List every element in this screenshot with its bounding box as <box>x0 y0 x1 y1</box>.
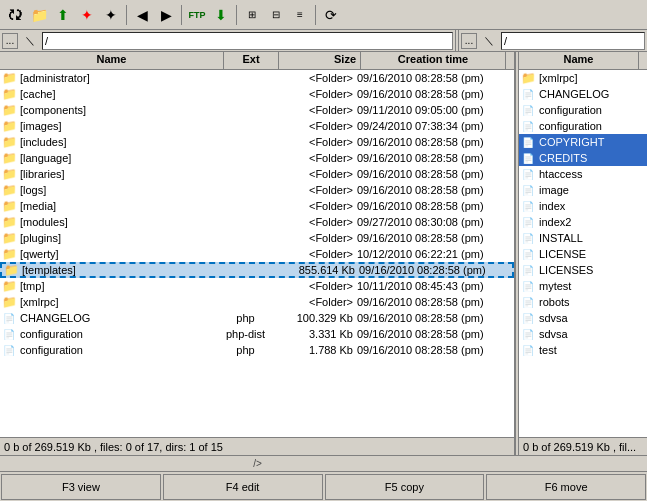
file-size: 855.614 Kb <box>275 264 357 276</box>
left-file-row[interactable]: 📄configurationphp1.788 Kb09/16/2010 08:2… <box>0 342 514 358</box>
right-status: 0 b of 269.519 Kb , fil... <box>519 437 647 455</box>
right-file-icon: 📄 <box>519 265 537 276</box>
file-icon: 📁 <box>0 279 18 293</box>
file-icon: 📁 <box>0 87 18 101</box>
right-file-icon: 📄 <box>519 329 537 340</box>
file-name: [libraries] <box>18 168 218 180</box>
right-col-name: Name <box>519 52 639 69</box>
left-path-back[interactable]: ... <box>2 33 18 49</box>
file-name: [language] <box>18 152 218 164</box>
right-file-row[interactable]: 📄configuration <box>519 102 647 118</box>
left-panel: Name Ext Size Creation time 📁[administra… <box>0 52 515 455</box>
right-file-row[interactable]: 📄htaccess <box>519 166 647 182</box>
right-panel: Name 📁[xmlrpc]📄CHANGELOG📄configuration📄c… <box>519 52 647 455</box>
left-status: 0 b of 269.519 Kb , files: 0 of 17, dirs… <box>0 437 514 455</box>
right-file-row[interactable]: 📄CREDITS <box>519 150 647 166</box>
right-file-name: LICENSE <box>537 248 647 260</box>
view1-button[interactable]: ⊞ <box>241 4 263 26</box>
left-path-input[interactable] <box>42 32 453 50</box>
view2-button[interactable]: ⊟ <box>265 4 287 26</box>
file-size: <Folder> <box>273 216 355 228</box>
left-file-row[interactable]: 📁[libraries]<Folder>09/16/2010 08:28:58 … <box>0 166 514 182</box>
left-col-size: Size <box>279 52 361 69</box>
left-col-headers: Name Ext Size Creation time <box>0 52 514 70</box>
file-size: 100.329 Kb <box>273 312 355 324</box>
right-file-row[interactable]: 📄mytest <box>519 278 647 294</box>
right-file-row[interactable]: 📄LICENSES <box>519 262 647 278</box>
file-icon: 📁 <box>0 167 18 181</box>
file-date: 09/16/2010 08:28:58 (pm) <box>355 88 500 100</box>
toolbar-btn-1[interactable]: 🗘 <box>4 4 26 26</box>
left-file-list[interactable]: 📁[administrator]<Folder>09/16/2010 08:28… <box>0 70 514 437</box>
f3-view-button[interactable]: F3 view <box>1 474 161 500</box>
file-date: 09/16/2010 08:28:58 (pm) <box>355 344 500 356</box>
right-file-row[interactable]: 📄sdvsa <box>519 310 647 326</box>
file-icon: 📁 <box>0 295 18 309</box>
right-file-row[interactable]: 📄LICENSE <box>519 246 647 262</box>
file-name: configuration <box>18 328 218 340</box>
left-file-row[interactable]: 📁[logs]<Folder>09/16/2010 08:28:58 (pm) <box>0 182 514 198</box>
file-icon: 📁 <box>0 215 18 229</box>
left-file-row[interactable]: 📁[xmlrpc]<Folder>09/16/2010 08:28:58 (pm… <box>0 294 514 310</box>
left-file-row[interactable]: 📁[components]<Folder>09/11/2010 09:05:00… <box>0 102 514 118</box>
toolbar-btn-3[interactable]: ⬆ <box>52 4 74 26</box>
left-file-row[interactable]: 📁[administrator]<Folder>09/16/2010 08:28… <box>0 70 514 86</box>
left-file-row[interactable]: 📄configurationphp-dist3.331 Kb09/16/2010… <box>0 326 514 342</box>
file-date: 09/16/2010 08:28:58 (pm) <box>355 136 500 148</box>
right-file-row[interactable]: 📄index <box>519 198 647 214</box>
right-file-row[interactable]: 📄robots <box>519 294 647 310</box>
right-col-headers: Name <box>519 52 647 70</box>
right-file-row[interactable]: 📄configuration <box>519 118 647 134</box>
right-file-row[interactable]: 📄INSTALL <box>519 230 647 246</box>
file-date: 09/27/2010 08:30:08 (pm) <box>355 216 500 228</box>
left-file-row[interactable]: 📁[language]<Folder>09/16/2010 08:28:58 (… <box>0 150 514 166</box>
right-file-name: sdvsa <box>537 312 647 324</box>
right-file-row[interactable]: 📄image <box>519 182 647 198</box>
right-file-row[interactable]: 📄test <box>519 342 647 358</box>
right-file-row[interactable]: 📄index2 <box>519 214 647 230</box>
back-button[interactable]: ◀ <box>131 4 153 26</box>
ftp-button[interactable]: FTP <box>186 4 208 26</box>
right-file-row[interactable]: 📄COPYRIGHT <box>519 134 647 150</box>
file-size: 1.788 Kb <box>273 344 355 356</box>
right-file-list[interactable]: 📁[xmlrpc]📄CHANGELOG📄configuration📄config… <box>519 70 647 437</box>
right-status-text: 0 b of 269.519 Kb , fil... <box>519 441 640 453</box>
file-size: <Folder> <box>273 232 355 244</box>
left-file-row[interactable]: 📁[templates]855.614 Kb09/16/2010 08:28:5… <box>0 262 514 278</box>
file-date: 09/16/2010 08:28:58 (pm) <box>355 184 500 196</box>
right-file-row[interactable]: 📄CHANGELOG <box>519 86 647 102</box>
file-size: <Folder> <box>273 168 355 180</box>
left-file-row[interactable]: 📁[tmp]<Folder>10/11/2010 08:45:43 (pm) <box>0 278 514 294</box>
right-file-icon: 📄 <box>519 233 537 244</box>
file-size: <Folder> <box>273 248 355 260</box>
left-file-row[interactable]: 📄CHANGELOGphp100.329 Kb09/16/2010 08:28:… <box>0 310 514 326</box>
forward-button[interactable]: ▶ <box>155 4 177 26</box>
right-path-back[interactable]: ... <box>461 33 477 49</box>
right-file-icon: 📄 <box>519 313 537 324</box>
left-file-row[interactable]: 📁[media]<Folder>09/16/2010 08:28:58 (pm) <box>0 198 514 214</box>
download-button[interactable]: ⬇ <box>210 4 232 26</box>
file-size: <Folder> <box>273 136 355 148</box>
right-file-row[interactable]: 📁[xmlrpc] <box>519 70 647 86</box>
f6-move-button[interactable]: F6 move <box>486 474 646 500</box>
f5-copy-button[interactable]: F5 copy <box>325 474 485 500</box>
f4-edit-button[interactable]: F4 edit <box>163 474 323 500</box>
left-arrow-area: /> <box>0 458 515 469</box>
file-size: <Folder> <box>273 72 355 84</box>
toolbar-btn-4[interactable]: ✦ <box>76 4 98 26</box>
toolbar-btn-2[interactable]: 📁 <box>28 4 50 26</box>
file-ext: php <box>218 344 273 356</box>
right-file-icon: 📄 <box>519 297 537 308</box>
right-file-row[interactable]: 📄sdvsa <box>519 326 647 342</box>
view3-button[interactable]: ≡ <box>289 4 311 26</box>
left-file-row[interactable]: 📁[plugins]<Folder>09/16/2010 08:28:58 (p… <box>0 230 514 246</box>
sync-button[interactable]: ⟳ <box>320 4 342 26</box>
left-file-row[interactable]: 📁[cache]<Folder>09/16/2010 08:28:58 (pm) <box>0 86 514 102</box>
right-path-input[interactable] <box>501 32 645 50</box>
left-file-row[interactable]: 📁[qwerty]<Folder>10/12/2010 06:22:21 (pm… <box>0 246 514 262</box>
toolbar-btn-5[interactable]: ✦ <box>100 4 122 26</box>
left-file-row[interactable]: 📁[includes]<Folder>09/16/2010 08:28:58 (… <box>0 134 514 150</box>
file-date: 09/16/2010 08:28:58 (pm) <box>357 264 502 276</box>
left-file-row[interactable]: 📁[images]<Folder>09/24/2010 07:38:34 (pm… <box>0 118 514 134</box>
left-file-row[interactable]: 📁[modules]<Folder>09/27/2010 08:30:08 (p… <box>0 214 514 230</box>
